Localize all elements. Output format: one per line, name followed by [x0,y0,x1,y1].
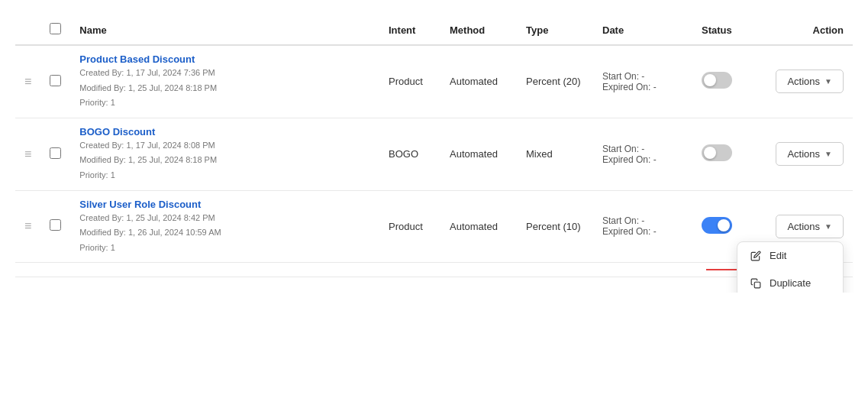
actions-label: Actions [787,148,820,160]
date-cell: Start On: - Expired On: - [593,45,692,118]
col-header-status: Status [692,15,753,45]
action-cell: Actions ▼ [753,118,853,190]
intent-cell: Product [379,190,440,263]
start-date: Start On: - [602,215,683,226]
method-cell: Automated [440,190,517,263]
discount-modified: Modified By: 1, 25 Jul, 2024 8:18 PM [79,154,370,167]
col-header-method: Method [440,15,517,45]
table-row: ≡ Product Based Discount Created By: 1, … [15,45,853,118]
table-row: ≡ BOGO Discount Created By: 1, 17 Jul, 2… [15,118,853,190]
method-cell: Automated [440,118,517,190]
duplicate-icon [750,277,762,290]
row-checkbox-cell [40,118,70,190]
status-toggle[interactable] [702,217,732,234]
row-checkbox[interactable] [50,75,61,86]
expired-date: Expired On: - [602,226,683,237]
action-cell: Actions ▼ Edit Duplicate Export [753,190,853,263]
table-row: ≡ Silver User Role Discount Created By: … [15,190,853,263]
actions-dropdown-container: Actions ▼ [763,142,844,166]
menu-duplicate-label: Duplicate [770,277,811,289]
discount-created: Created By: 1, 25 Jul, 2024 8:42 PM [79,212,370,225]
discount-created: Created By: 1, 17 Jul, 2024 7:36 PM [79,66,370,80]
red-arrow-indicator [24,269,844,270]
discount-priority: Priority: 1 [79,96,370,110]
action-cell: Actions ▼ [753,45,853,118]
intent-cell: BOGO [379,118,440,190]
discount-name-link[interactable]: BOGO Discount [79,126,155,138]
discount-modified: Modified By: 1, 25 Jul, 2024 8:18 PM [79,82,370,95]
arrow-cell [15,263,853,277]
col-header-type: Type [517,15,593,45]
col-header-intent: Intent [379,15,440,45]
name-cell: BOGO Discount Created By: 1, 17 Jul, 202… [70,118,379,190]
arrow-indicator-row [15,263,853,277]
chevron-down-icon: ▼ [824,77,832,86]
dropdown-menu: Edit Duplicate Export Delete [737,241,844,293]
row-checkbox-cell [40,45,70,118]
status-cell [692,45,753,118]
actions-dropdown-container: Actions ▼ Edit Duplicate Export [763,215,844,238]
select-all-checkbox[interactable] [50,23,61,34]
svg-rect-0 [754,282,760,288]
start-date: Start On: - [602,144,683,154]
col-checkbox [40,15,70,45]
chevron-down-icon: ▼ [824,150,832,158]
col-header-name: Name [70,15,379,45]
chevron-down-icon: ▼ [824,222,832,231]
row-checkbox[interactable] [50,219,61,231]
actions-label: Actions [787,76,820,87]
name-cell: Product Based Discount Created By: 1, 17… [70,45,379,118]
discount-name-link[interactable]: Product Based Discount [79,53,195,65]
start-date: Start On: - [602,71,683,82]
menu-item-edit[interactable]: Edit [737,242,843,270]
col-header-date: Date [593,15,692,45]
row-checkbox-cell [40,190,70,263]
discount-modified: Modified By: 1, 26 Jul, 2024 10:59 AM [79,226,370,240]
menu-item-duplicate[interactable]: Duplicate [737,270,843,293]
type-cell: Percent (20) [517,45,593,118]
status-cell [692,118,753,190]
drag-handle[interactable]: ≡ [15,118,40,190]
type-cell: Mixed [517,118,593,190]
discount-priority: Priority: 1 [79,241,370,255]
col-drag [15,15,40,45]
actions-dropdown-container: Actions ▼ [763,70,844,93]
intent-cell: Product [379,45,440,118]
type-cell: Percent (10) [517,190,593,263]
edit-icon [750,250,762,262]
col-header-action: Action [753,15,853,45]
actions-button[interactable]: Actions ▼ [776,215,844,238]
actions-button[interactable]: Actions ▼ [776,70,844,93]
actions-button[interactable]: Actions ▼ [776,142,844,166]
date-cell: Start On: - Expired On: - [593,190,692,263]
status-toggle[interactable] [702,144,732,161]
drag-handle[interactable]: ≡ [15,190,40,263]
status-toggle[interactable] [702,72,732,89]
date-cell: Start On: - Expired On: - [593,118,692,190]
method-cell: Automated [440,45,517,118]
discount-created: Created By: 1, 17 Jul, 2024 8:08 PM [79,139,370,153]
discount-name-link[interactable]: Silver User Role Discount [79,199,201,210]
menu-edit-label: Edit [770,250,786,261]
expired-date: Expired On: - [602,154,683,165]
actions-label: Actions [787,221,820,232]
drag-handle[interactable]: ≡ [15,45,40,118]
expired-date: Expired On: - [602,82,683,92]
discount-priority: Priority: 1 [79,169,370,183]
row-checkbox[interactable] [50,147,61,159]
name-cell: Silver User Role Discount Created By: 1,… [70,190,379,263]
